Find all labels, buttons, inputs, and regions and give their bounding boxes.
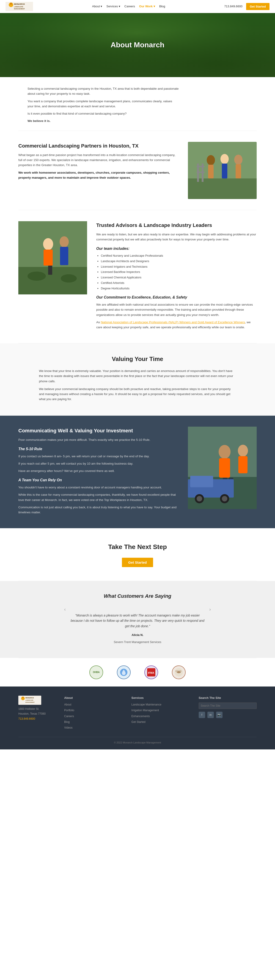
valuing-p1: We know that your time is extremely valu… (39, 369, 236, 384)
comm-p4: Have an emergency after hours? We've got… (18, 468, 179, 474)
trusted-heading: Trusted Advisors & Landscape Industry Le… (96, 221, 257, 229)
svg-text:MONARCH: MONARCH (26, 697, 34, 698)
testimonial-prev-arrow[interactable]: ‹ (64, 606, 66, 613)
linkedin-icon[interactable]: in (208, 712, 214, 718)
list-item: Certified Arborists (101, 281, 257, 285)
commitment-heading: Our Commitment to Excellence, Education,… (96, 294, 257, 301)
nav-careers[interactable]: Careers (125, 4, 135, 9)
ifma-logo-image: IFMA (144, 665, 158, 679)
footer-search-input[interactable] (199, 703, 257, 709)
footer-portfolio-link[interactable]: Portfolio (64, 708, 122, 713)
svg-point-22 (59, 236, 69, 247)
testimonial-company: Severn Trent Management Services (27, 640, 248, 644)
trusted-p3: As National Association of Landscape Pro… (96, 320, 257, 330)
commercial-p1: What began as a part-time passion projec… (18, 153, 179, 168)
svg-point-19 (43, 238, 53, 250)
footer-videos-link[interactable]: Videos (64, 725, 122, 730)
commercial-text: Commercial Landscaping Partners in Houst… (18, 142, 179, 183)
trusted-p2: We are affiliated with both national and… (96, 302, 257, 318)
intro-section: Selecting a commercial landscaping compa… (0, 77, 206, 130)
svg-rect-39 (238, 456, 248, 473)
comm-p5: You shouldn't have to worry about a cons… (18, 485, 179, 490)
svg-rect-18 (18, 267, 87, 294)
footer-about-link[interactable]: About (64, 703, 122, 707)
next-step-cta-button[interactable]: Get Started (122, 558, 153, 567)
footer-careers-link[interactable]: Careers (64, 714, 122, 719)
comm-p6: While this is the case for many commerci… (18, 492, 179, 503)
footer-services-heading: Services (131, 696, 189, 700)
comm-heading: Communicating Well & Valuing Your Invest… (18, 426, 179, 434)
svg-text:MONARCH: MONARCH (14, 3, 25, 5)
commercial-heading: Commercial Landscaping Partners in Houst… (18, 142, 179, 150)
footer-logo-image: MONARCH LANDSCAPE MANAGEMENT (18, 696, 41, 705)
footer-phone-link[interactable]: 713.849.6600 (18, 717, 35, 721)
nav-services[interactable]: Services ▾ (106, 4, 120, 9)
hero-title: About Monarch (111, 39, 165, 51)
svg-rect-12 (236, 164, 241, 178)
list-item: Certified Nursery and Landscape Professi… (101, 253, 257, 258)
intro-p3: Is it even possible to find that kind of… (27, 111, 179, 116)
testimonials-heading: What Customers Are Saying (27, 592, 248, 600)
svg-point-11 (234, 154, 243, 165)
comm-inner: Communicating Well & Valuing Your Invest… (18, 426, 257, 517)
footer-logo-col: MONARCH LANDSCAPE MANAGEMENT 1800 Hollis… (18, 696, 55, 732)
intro-p4: We believe it is. (27, 118, 179, 124)
nav-cta-button[interactable]: Get Started (246, 3, 270, 10)
instagram-icon[interactable]: 📷 (216, 712, 222, 718)
list-item: Landscape Architects and Designers (101, 259, 257, 264)
svg-text:LANDSCAPE: LANDSCAPE (26, 700, 34, 701)
footer-irrigation-link[interactable]: Irrigation Management (131, 708, 189, 713)
footer-get-started-link[interactable]: Get Started (131, 720, 189, 724)
navbar: MONARCH LANDSCAPE MANAGEMENT About ▾ Ser… (0, 0, 275, 13)
svg-text:IFMA: IFMA (148, 671, 154, 674)
facebook-icon[interactable]: f (199, 712, 205, 718)
trusted-inner: Trusted Advisors & Landscape Industry Le… (18, 221, 257, 332)
svg-rect-29 (219, 458, 230, 478)
valuing-p2: We believe your commercial landscaping c… (39, 387, 236, 402)
logo-image: MONARCH LANDSCAPE MANAGEMENT (5, 2, 33, 11)
intro-p1: Selecting a commercial landscaping compa… (27, 86, 179, 97)
logo-ifma: IFMA (144, 665, 158, 679)
footer-inner: MONARCH LANDSCAPE MANAGEMENT 1800 Hollis… (18, 696, 257, 732)
footer-about-col: About About Portfolio Careers Blog Video… (64, 696, 122, 732)
testimonial-author: Alicia N. (27, 633, 248, 637)
svg-point-35 (197, 496, 202, 501)
nav-our-work[interactable]: Our Work ▾ (139, 4, 155, 9)
svg-rect-16 (197, 172, 205, 173)
trusted-image (18, 221, 87, 294)
comm-content: Communicating Well & Valuing Your Invest… (18, 426, 179, 517)
footer-about-heading: About (64, 696, 122, 700)
footer-search-col: Search The Site f in 📷 (199, 696, 257, 732)
footer-blog-link[interactable]: Blog (64, 720, 122, 724)
footer-landscape-link[interactable]: Landscape Maintenance (131, 703, 189, 707)
nav-blog[interactable]: Blog (159, 4, 165, 9)
comm-p2: If you contact us between 8 am- 5 pm, we… (18, 454, 179, 459)
logos-section: OHBA IFMA community (0, 658, 275, 687)
svg-rect-21 (48, 266, 52, 275)
svg-text:MANAGEMENT: MANAGEMENT (26, 702, 35, 703)
svg-rect-20 (43, 250, 53, 266)
next-step-section: Take The Next Step Get Started (0, 528, 275, 581)
logo[interactable]: MONARCH LANDSCAPE MANAGEMENT (5, 2, 33, 11)
svg-point-37 (222, 496, 227, 501)
next-step-heading: Take The Next Step (27, 542, 248, 552)
communicating-section: Communicating Well & Valuing Your Invest… (0, 416, 275, 528)
svg-rect-33 (190, 476, 213, 487)
svg-text:MANAGEMENT: MANAGEMENT (14, 8, 25, 10)
testimonial-arrows: ‹ › (64, 606, 211, 613)
nav-about[interactable]: About ▾ (92, 4, 102, 9)
footer-social: f in 📷 (199, 712, 257, 718)
svg-point-28 (219, 445, 230, 459)
svg-rect-15 (197, 166, 205, 167)
commercial-section: Commercial Landscaping Partners in Houst… (0, 131, 275, 210)
svg-rect-8 (208, 165, 214, 178)
list-item: Licensed Chemical Applicators (101, 275, 257, 280)
intro-p2: You want a company that provides complet… (27, 99, 179, 109)
team-heading: Our team includes: (96, 246, 257, 251)
trusted-p1: We are ready to listen, but we are also … (96, 232, 257, 242)
footer: MONARCH LANDSCAPE MANAGEMENT 1800 Hollis… (0, 687, 275, 749)
footer-enhancements-link[interactable]: Enhancements (131, 714, 189, 719)
nalp-link[interactable]: National Association of Landscape Profes… (101, 320, 245, 324)
svg-point-9 (221, 154, 229, 164)
testimonial-next-arrow[interactable]: › (209, 606, 211, 613)
